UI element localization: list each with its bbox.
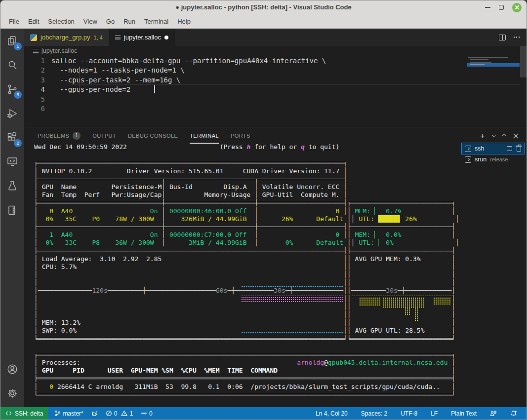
- notifications-bell-icon[interactable]: [508, 410, 520, 417]
- line-number: 3: [24, 76, 49, 84]
- line-number: 6: [24, 105, 49, 113]
- warnings-icon: [121, 410, 127, 417]
- remote-icon: [5, 410, 12, 417]
- encoding[interactable]: UTF-8: [398, 410, 420, 417]
- modified-dot-icon[interactable]: [164, 36, 168, 39]
- gpu-util-history-graph: [433, 297, 451, 305]
- kill-terminal-icon[interactable]: [517, 147, 521, 152]
- terminal-item-ssh[interactable]: ssh: [462, 143, 524, 154]
- title-bar[interactable]: ● jupyter.salloc - python [SSH: delta] -…: [0, 0, 527, 14]
- text-file-icon: [33, 49, 39, 53]
- git-branch-indicator[interactable]: master*: [52, 410, 85, 417]
- menu-run[interactable]: Run: [119, 18, 140, 25]
- line-number: 2: [24, 66, 49, 74]
- menu-help[interactable]: Help: [173, 18, 195, 25]
- status-bar: SSH: delta master* 0 1 0 Ln 4, Col 20: [0, 407, 527, 420]
- vscode-window: ● jupyter.salloc - python [SSH: delta] -…: [0, 0, 527, 420]
- tab-jobcharge-grp-py[interactable]: jobcharge_grp.py 1, 4: [24, 29, 109, 46]
- search-icon[interactable]: [0, 53, 24, 77]
- test-beaker-icon[interactable]: [0, 174, 24, 198]
- explorer-icon[interactable]: 1: [0, 29, 24, 53]
- terminal-output[interactable]: Wed Dec 14 09:50:59 2022 (Press h for he…: [34, 143, 459, 399]
- cursor-position[interactable]: Ln 4, Col 20: [313, 410, 350, 417]
- account-icon[interactable]: [0, 357, 24, 381]
- maximize-panel-icon[interactable]: [502, 134, 506, 138]
- cpu-history-graph: [241, 286, 344, 287]
- extensions-badge: 2: [14, 139, 22, 147]
- notebook-icon[interactable]: [0, 198, 24, 222]
- terminal-line: ╒═══════════════════════════════════════…: [34, 159, 459, 167]
- menu-go[interactable]: Go: [102, 18, 119, 25]
- maximize-icon[interactable]: [499, 5, 504, 10]
- editor-scrollbar[interactable]: [520, 46, 527, 77]
- split-editor-icon[interactable]: [499, 35, 506, 40]
- terminal-line: │ NVITOP 0.10.2 Driver Version: 515.65.0…: [34, 167, 459, 175]
- close-icon[interactable]: [512, 3, 522, 12]
- cpu-history-peaks: [257, 283, 317, 285]
- breadcrumb[interactable]: jupyter.salloc: [24, 46, 77, 56]
- source-control-badge: 5: [14, 91, 22, 99]
- split-terminal-icon[interactable]: [507, 146, 512, 151]
- editor[interactable]: 1salloc --account=bbka-delta-gpu --parti…: [24, 56, 527, 127]
- tab-problems[interactable]: PROBLEMS1: [38, 128, 81, 144]
- terminal-icon: [465, 156, 471, 163]
- terminal-line: [34, 151, 459, 159]
- current-line-highlight: [72, 84, 520, 94]
- panel-divider[interactable]: [24, 127, 527, 127]
- line-number: 4: [24, 85, 49, 93]
- terminal-line: │ SWP: 0.0% ││ AVG GPU UTL: 28.5% │: [34, 327, 459, 335]
- terminal-line: │ 1 A40 On │ 00000000:C7:00.0 Off │ 0 ││…: [34, 231, 459, 239]
- gpu-util-history-graph: [359, 297, 381, 306]
- editor-line[interactable]: 1salloc --account=bbka-delta-gpu --parti…: [24, 56, 527, 66]
- terminal-line: ╒═══════════════════════════════════════…: [34, 351, 459, 359]
- run-debug-icon[interactable]: [0, 101, 24, 125]
- menu-view[interactable]: View: [79, 18, 102, 25]
- tab-ports[interactable]: PORTS: [231, 128, 250, 144]
- menu-bar: File Edit Selection View Go Run Terminal…: [0, 14, 527, 29]
- editor-line[interactable]: 3 --cpus-per-task=2 --mem=16g \: [24, 75, 527, 85]
- code-text: --nodes=1 --tasks-per-node=1 \: [51, 66, 185, 74]
- problems-indicator[interactable]: 0 1: [103, 410, 135, 417]
- editor-line[interactable]: 2 --nodes=1 --tasks-per-node=1 \: [24, 66, 527, 76]
- source-control-icon[interactable]: 5: [0, 77, 24, 101]
- terminal-line: │ 0% 33C P8 36W / 300W │ 3MiB / 44.99GiB…: [34, 239, 459, 247]
- menu-file[interactable]: File: [4, 18, 24, 25]
- menu-terminal[interactable]: Terminal: [140, 18, 173, 25]
- editor-line[interactable]: 5: [24, 94, 527, 104]
- close-panel-icon[interactable]: [513, 133, 519, 139]
- feedback-icon[interactable]: [487, 410, 499, 417]
- tab-jupyter-salloc[interactable]: jupyter.salloc: [109, 29, 175, 46]
- remote-explorer-icon[interactable]: [0, 150, 24, 174]
- indentation[interactable]: Spaces: 2: [359, 410, 390, 417]
- minimize-icon[interactable]: [485, 7, 490, 8]
- tab-label: jobcharge_grp.py: [41, 34, 90, 41]
- remote-indicator[interactable]: SSH: delta: [0, 407, 48, 420]
- tab-debug-console[interactable]: DEBUG CONSOLE: [128, 128, 178, 144]
- terminal-line: │ GPU PID USER GPU-MEM %SM %CPU %MEM TIM…: [34, 367, 459, 375]
- broadcast-icon: [141, 410, 147, 417]
- sync-indicator[interactable]: [89, 410, 100, 417]
- new-terminal-icon[interactable]: +: [480, 132, 485, 140]
- menu-selection[interactable]: Selection: [43, 18, 79, 25]
- panel-tab-bar: PROBLEMS1 OUTPUT DEBUG CONSOLE TERMINAL …: [24, 128, 527, 144]
- terminal-item-srun[interactable]: srun release: [462, 154, 524, 165]
- code-text: --cpus-per-task=2 --mem=16g \: [51, 76, 180, 84]
- terminal-line: ╞═══════════════════════════════════════…: [34, 247, 459, 255]
- minimap[interactable]: [467, 51, 520, 85]
- terminal-line: │ Load Average: 3.10 2.92 2.85 ││ AVG GP…: [34, 255, 459, 263]
- extensions-icon[interactable]: 2: [0, 125, 24, 150]
- tab-terminal[interactable]: TERMINAL: [190, 128, 219, 144]
- more-actions-icon[interactable]: [514, 37, 520, 38]
- settings-gear-icon[interactable]: [0, 381, 24, 405]
- terminal-line: │ Fan Temp Perf Pwr:Usage/Cap│ Memory-Us…: [34, 191, 459, 199]
- tab-output[interactable]: OUTPUT: [92, 128, 116, 144]
- language-mode[interactable]: Plain Text: [448, 410, 479, 417]
- eol-sequence[interactable]: LF: [428, 410, 440, 417]
- swap-history-graph: [241, 332, 344, 333]
- terminal-line: Wed Dec 14 09:50:59 2022 (Press h for he…: [34, 143, 459, 151]
- ports-indicator[interactable]: 0: [138, 410, 155, 417]
- menu-edit[interactable]: Edit: [24, 18, 43, 25]
- terminal-dropdown-icon[interactable]: [492, 133, 496, 137]
- editor-line[interactable]: 6: [24, 104, 527, 114]
- terminal-list: ssh srun release: [462, 143, 524, 165]
